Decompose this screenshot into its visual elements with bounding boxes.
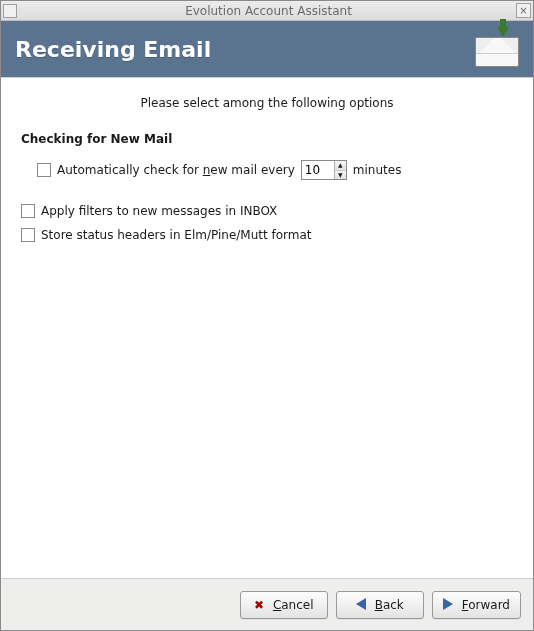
autocheck-label-after: minutes: [353, 163, 402, 177]
spin-down-button[interactable]: ▼: [335, 171, 346, 180]
status-headers-label: Store status headers in Elm/Pine/Mutt fo…: [41, 228, 312, 242]
cancel-button-label: Cancel: [273, 598, 314, 612]
status-headers-row: Store status headers in Elm/Pine/Mutt fo…: [21, 228, 513, 242]
spin-up-button[interactable]: ▲: [335, 161, 346, 171]
back-button-label: Back: [375, 598, 404, 612]
action-bar: Cancel Back Forward: [1, 578, 533, 630]
status-headers-checkbox[interactable]: [21, 228, 35, 242]
forward-button[interactable]: Forward: [432, 591, 521, 619]
cancel-rest: ancel: [281, 598, 313, 612]
filters-row: Apply filters to new messages in INBOX: [21, 204, 513, 218]
back-arrow-icon: [356, 598, 370, 612]
back-rest: ack: [383, 598, 404, 612]
page-title: Receiving Email: [15, 37, 211, 62]
back-button[interactable]: Back: [336, 591, 424, 619]
assistant-window: Evolution Account Assistant × Receiving …: [0, 0, 534, 631]
filters-checkbox[interactable]: [21, 204, 35, 218]
mail-receive-icon: [475, 31, 519, 67]
content-area: Please select among the following option…: [1, 77, 533, 578]
close-icon: ×: [519, 6, 527, 16]
autocheck-label-pre: Automatically check for: [57, 163, 203, 177]
autocheck-label: Automatically check for new mail every: [57, 163, 295, 177]
forward-button-label: Forward: [462, 598, 510, 612]
interval-spinbox[interactable]: ▲ ▼: [301, 160, 347, 180]
window-close-button[interactable]: ×: [516, 3, 531, 18]
back-mnemonic: B: [375, 598, 383, 612]
window-title: Evolution Account Assistant: [21, 4, 516, 18]
autocheck-label-mid: ew mail every: [210, 163, 294, 177]
autocheck-row: Automatically check for new mail every ▲…: [21, 160, 513, 180]
cancel-button[interactable]: Cancel: [240, 591, 328, 619]
filters-label: Apply filters to new messages in INBOX: [41, 204, 277, 218]
titlebar: Evolution Account Assistant ×: [1, 1, 533, 21]
cancel-mnemonic: C: [273, 598, 281, 612]
interval-input[interactable]: [302, 161, 334, 179]
spin-buttons: ▲ ▼: [334, 161, 346, 179]
cancel-icon: [254, 598, 268, 612]
forward-arrow-icon: [443, 598, 457, 612]
app-icon: [3, 4, 17, 18]
intro-text: Please select among the following option…: [21, 96, 513, 110]
page-header: Receiving Email: [1, 21, 533, 77]
section-title: Checking for New Mail: [21, 132, 513, 146]
autocheck-checkbox[interactable]: [37, 163, 51, 177]
forward-rest: orward: [468, 598, 510, 612]
